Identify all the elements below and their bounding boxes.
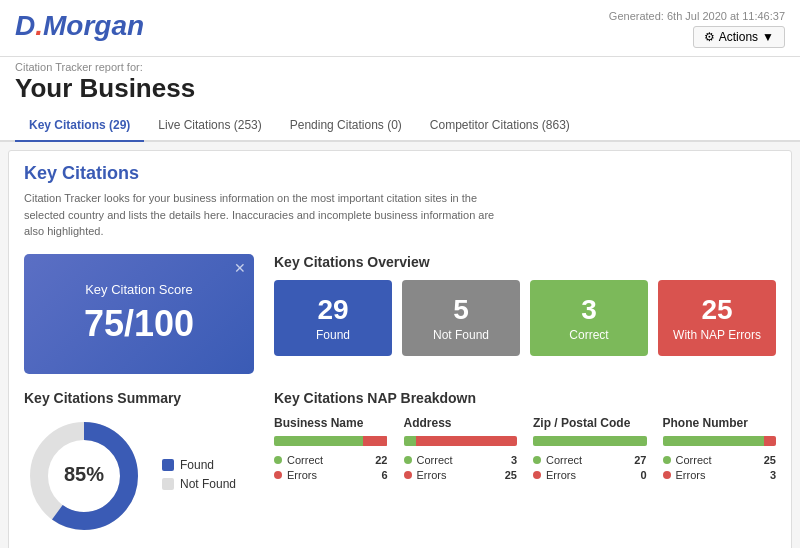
overview-card-errors: 25 With NAP Errors (658, 280, 776, 356)
dot-green-business (274, 456, 282, 464)
correct-count: 3 (540, 294, 638, 326)
errors-num-business: 6 (381, 469, 387, 481)
section-description: Citation Tracker looks for your business… (24, 190, 504, 240)
close-icon[interactable]: ✕ (234, 260, 246, 276)
dot-green-phone (663, 456, 671, 464)
legend-found-label: Found (180, 458, 214, 472)
notfound-dot (162, 478, 174, 490)
nap-columns: Business Name Correct 22 Errors 6 (274, 416, 776, 484)
correct-num-zip: 27 (634, 454, 646, 466)
nap-stat-errors-business: Errors 6 (274, 469, 388, 481)
correct-num-address: 3 (511, 454, 517, 466)
logo-dot: . (35, 10, 43, 41)
nap-bar-green-address (404, 436, 416, 446)
tab-competitor-citations[interactable]: Competitor Citations (863) (416, 110, 584, 142)
tab-pending-citations[interactable]: Pending Citations (0) (276, 110, 416, 142)
svg-text:85%: 85% (64, 463, 104, 485)
overview-card-notfound: 5 Not Found (402, 280, 520, 356)
chevron-down-icon: ▼ (762, 30, 774, 44)
nap-col-title-phone: Phone Number (663, 416, 777, 430)
legend-found: Found (162, 458, 236, 472)
donut-chart: 85% (24, 416, 144, 539)
nap-col-zip: Zip / Postal Code Correct 27 Errors 0 (533, 416, 647, 484)
notfound-count: 5 (412, 294, 510, 326)
nap-bar-green-zip (533, 436, 647, 446)
score-box: ✕ Key Citation Score 75/100 (24, 254, 254, 374)
errors-num-phone: 3 (770, 469, 776, 481)
correct-label-address: Correct (417, 454, 453, 466)
actions-label: Actions (719, 30, 758, 44)
nap-bar-red-business (363, 436, 388, 446)
nap-stat-correct-address: Correct 3 (404, 454, 518, 466)
correct-num-phone: 25 (764, 454, 776, 466)
overview-card-correct: 3 Correct (530, 280, 648, 356)
correct-label-business: Correct (287, 454, 323, 466)
nap-stat-correct-zip: Correct 27 (533, 454, 647, 466)
nap-col-title-zip: Zip / Postal Code (533, 416, 647, 430)
errors-count: 25 (668, 294, 766, 326)
overview-cards: 29 Found 5 Not Found 3 Correct 25 With N… (274, 280, 776, 356)
overview-panel: Key Citations Overview 29 Found 5 Not Fo… (274, 254, 776, 356)
tabs-bar: Key Citations (29) Live Citations (253) … (0, 110, 800, 142)
nap-col-address: Address Correct 3 Errors 25 (404, 416, 518, 484)
correct-label-phone: Correct (676, 454, 712, 466)
dot-red-zip (533, 471, 541, 479)
nap-section: Key Citations NAP Breakdown Business Nam… (274, 390, 776, 484)
found-count: 29 (284, 294, 382, 326)
nap-bar-business (274, 436, 388, 446)
nap-bar-red-address (416, 436, 517, 446)
section-title: Key Citations (24, 163, 776, 184)
correct-num-business: 22 (375, 454, 387, 466)
nap-stat-errors-address: Errors 25 (404, 469, 518, 481)
logo: D.Morgan (15, 10, 144, 42)
generated-info: Generated: 6th Jul 2020 at 11:46:37 (609, 10, 785, 22)
found-dot (162, 459, 174, 471)
nap-col-phone: Phone Number Correct 25 Errors 3 (663, 416, 777, 484)
donut-wrap: 85% Found Not Found (24, 416, 254, 539)
dot-green-address (404, 456, 412, 464)
summary-title: Key Citations Summary (24, 390, 254, 406)
tab-key-citations[interactable]: Key Citations (29) (15, 110, 144, 142)
tab-live-citations[interactable]: Live Citations (253) (144, 110, 275, 142)
legend: Found Not Found (162, 458, 236, 496)
nap-bar-phone (663, 436, 777, 446)
business-name: Your Business (15, 73, 785, 110)
errors-label-business: Errors (287, 469, 317, 481)
report-label: Citation Tracker report for: (15, 61, 785, 73)
actions-button[interactable]: ⚙ Actions ▼ (693, 26, 785, 48)
nap-stat-correct-business: Correct 22 (274, 454, 388, 466)
nap-bar-red-phone (764, 436, 776, 446)
errors-num-address: 25 (505, 469, 517, 481)
score-box-label: Key Citation Score (85, 282, 193, 297)
found-label: Found (284, 328, 382, 342)
gear-icon: ⚙ (704, 30, 715, 44)
logo-d: D (15, 10, 35, 41)
summary-panel: Key Citations Summary 85% (24, 390, 254, 539)
nap-bar-zip (533, 436, 647, 446)
nap-bar-green-business (274, 436, 363, 446)
overview-title: Key Citations Overview (274, 254, 776, 270)
correct-label-zip: Correct (546, 454, 582, 466)
nap-stat-correct-phone: Correct 25 (663, 454, 777, 466)
dot-red-phone (663, 471, 671, 479)
score-box-value: 75/100 (84, 303, 194, 345)
legend-notfound-label: Not Found (180, 477, 236, 491)
nap-bar-green-phone (663, 436, 764, 446)
nap-title: Key Citations NAP Breakdown (274, 390, 776, 406)
dot-red-business (274, 471, 282, 479)
overview-card-found: 29 Found (274, 280, 392, 356)
dot-green-zip (533, 456, 541, 464)
nap-col-business-name: Business Name Correct 22 Errors 6 (274, 416, 388, 484)
dot-red-address (404, 471, 412, 479)
nap-stat-errors-zip: Errors 0 (533, 469, 647, 481)
nap-col-title-business: Business Name (274, 416, 388, 430)
notfound-label: Not Found (412, 328, 510, 342)
errors-label-phone: Errors (676, 469, 706, 481)
legend-notfound: Not Found (162, 477, 236, 491)
nap-stat-errors-phone: Errors 3 (663, 469, 777, 481)
logo-morgan: Morgan (43, 10, 144, 41)
nap-col-title-address: Address (404, 416, 518, 430)
errors-label-zip: Errors (546, 469, 576, 481)
errors-num-zip: 0 (640, 469, 646, 481)
correct-label: Correct (540, 328, 638, 342)
